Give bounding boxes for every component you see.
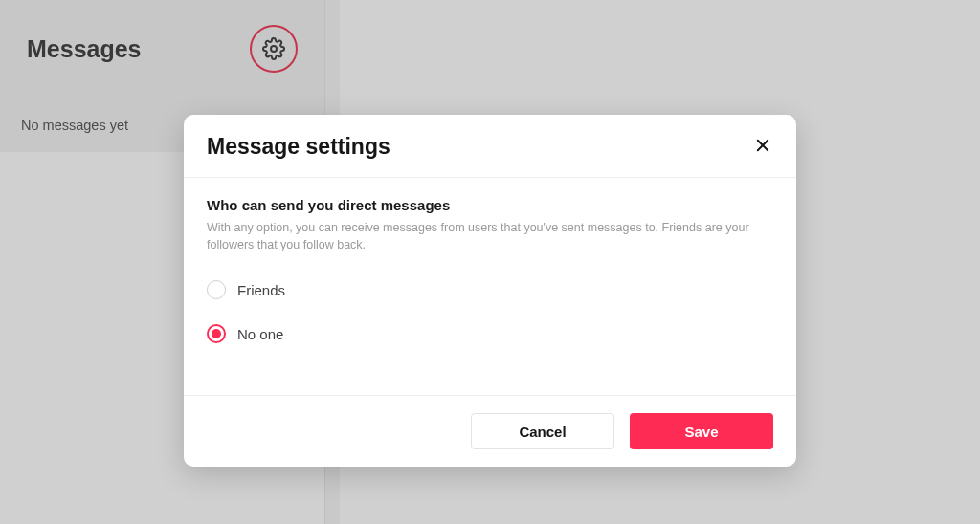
close-icon	[754, 137, 771, 158]
save-button[interactable]: Save	[630, 413, 773, 449]
modal-body: Who can send you direct messages With an…	[184, 178, 796, 395]
cancel-button[interactable]: Cancel	[471, 413, 614, 449]
modal-title: Message settings	[207, 134, 390, 160]
radio-option-friends[interactable]: Friends	[207, 280, 773, 299]
radio-label: Friends	[237, 282, 285, 298]
radio-option-no-one[interactable]: No one	[207, 324, 773, 343]
modal-header: Message settings	[184, 115, 796, 178]
message-settings-modal: Message settings Who can send you direct…	[184, 115, 796, 467]
close-button[interactable]	[752, 137, 773, 158]
radio-icon-selected	[207, 324, 226, 343]
radio-dot-icon	[212, 329, 221, 338]
section-description: With any option, you can receive message…	[207, 219, 773, 253]
radio-icon	[207, 280, 226, 299]
radio-label: No one	[237, 326, 283, 342]
section-title: Who can send you direct messages	[207, 197, 773, 213]
modal-footer: Cancel Save	[184, 395, 796, 467]
